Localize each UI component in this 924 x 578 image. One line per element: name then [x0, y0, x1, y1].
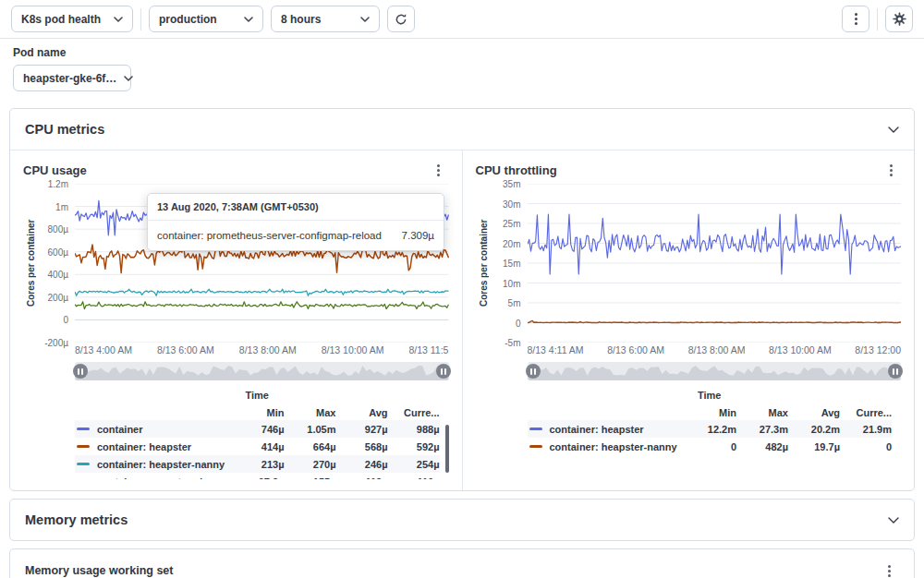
series-stat-value: 0 — [840, 441, 892, 452]
legend-column-header: Max — [736, 407, 788, 418]
x-tick-label: 8/13 10:00 AM — [769, 344, 832, 355]
cpu-usage-y-ticks: 1.2m1m800µ600µ400µ200µ0-200µ — [38, 184, 75, 343]
memory-metrics-section: Memory metrics — [9, 499, 915, 541]
series-stat-value: 414µ — [233, 441, 285, 452]
brush-handle-left[interactable] — [73, 364, 88, 379]
x-tick-label: 8/13 8:00 AM — [688, 344, 746, 355]
legend-column-header: Max — [285, 407, 336, 418]
series-stat-value: 116µ — [388, 476, 440, 480]
y-tick-label: 400µ — [48, 270, 68, 280]
series-stat-value: 1.05m — [285, 424, 336, 435]
legend-column-headers: MinMaxAvgCurre... — [528, 404, 893, 420]
memory-usage-header: Memory usage working set — [10, 549, 914, 578]
cpu-throttling-legend: Time MinMaxAvgCurre... container: heapst… — [528, 390, 902, 455]
memory-usage-title: Memory usage working set — [25, 564, 173, 577]
settings-button[interactable] — [885, 6, 913, 32]
x-tick-label: 8/13 8:00 AM — [239, 344, 297, 355]
cpu-usage-y-axis-label: Cores per container — [23, 184, 38, 343]
cpu-throttling-time-brush[interactable] — [528, 362, 902, 380]
legend-column-header: Avg — [336, 407, 388, 418]
brush-track[interactable] — [528, 362, 902, 380]
cpu-usage-options-button[interactable] — [429, 160, 449, 180]
legend-rows: container: heapster12.2m27.3m20.2m21.9mc… — [528, 420, 893, 455]
y-tick-label: -5m — [505, 338, 520, 348]
time-range-select[interactable]: 8 hours — [271, 6, 380, 32]
k8s-pod-health-dashboard: K8s pod health production 8 hours — [0, 0, 924, 578]
cpu-charts-row: CPU usage Cores per container 1.2m1m800µ… — [10, 150, 914, 490]
vertical-ellipsis-icon — [855, 13, 857, 25]
y-tick-label: 10m — [503, 278, 520, 288]
tooltip-series-label: container: prometheus-server-configmap-r… — [157, 230, 382, 241]
refresh-button[interactable] — [387, 6, 415, 32]
refresh-icon — [395, 13, 407, 26]
y-tick-label: 0 — [516, 318, 521, 328]
series-name: container: prom-to-sd — [97, 476, 202, 480]
cpu-metrics-accordion-header[interactable]: CPU metrics — [10, 109, 914, 150]
cpu-throttling-y-ticks: 35m30m25m20m15m10m5m0-5m — [491, 184, 528, 343]
toolbar: K8s pod health production 8 hours — [0, 0, 924, 39]
cpu-throttling-options-button[interactable] — [881, 160, 901, 180]
tooltip-series-row: container: prometheus-server-configmap-r… — [148, 221, 444, 250]
overflow-menu-button[interactable] — [842, 6, 869, 32]
y-tick-label: 600µ — [48, 247, 68, 257]
y-tick-label: 35m — [503, 179, 520, 189]
legend-column-header: Avg — [788, 407, 840, 418]
legend-scrollbar[interactable] — [445, 425, 449, 473]
cpu-throttling-plot[interactable] — [528, 184, 902, 343]
legend-rows: container746µ1.05m927µ988µcontainer: hea… — [75, 420, 440, 479]
cpu-usage-x-ticks: 8/13 4:00 AM8/13 6:00 AM8/13 8:00 AM8/13… — [75, 343, 449, 357]
legend-column-header: Min — [233, 407, 285, 418]
legend-row[interactable]: container: prom-to-sd97.3µ155µ113µ116µ — [75, 473, 440, 479]
x-tick-label: 8/13 6:00 AM — [157, 344, 214, 355]
dashboard-select[interactable]: K8s pod health — [11, 6, 133, 32]
series-stat-value: 19.7µ — [788, 441, 840, 452]
cpu-throttling-title: CPU throttling — [476, 163, 557, 177]
legend-column-header: Min — [685, 407, 736, 418]
x-tick-label: 8/13 11:5 — [408, 344, 448, 355]
series-line — [75, 289, 449, 295]
memory-usage-options-button[interactable] — [879, 560, 899, 578]
series-stat-value: 113µ — [336, 476, 388, 480]
series-stat-value: 12.2m — [685, 424, 736, 435]
chevron-down-icon — [360, 17, 370, 22]
series-stat-value: 21.9m — [840, 424, 892, 435]
cpu-usage-time-brush[interactable] — [75, 362, 449, 380]
x-tick-label: 8/13 10:00 AM — [322, 344, 384, 355]
cpu-usage-header: CPU usage — [23, 158, 449, 182]
pod-name-select[interactable]: heapster-gke-6f… — [13, 65, 131, 91]
legend-row[interactable]: container: heapster414µ664µ568µ592µ — [75, 438, 440, 455]
toolbar-divider — [877, 8, 878, 30]
brush-handle-right[interactable] — [436, 364, 451, 379]
chevron-down-icon — [888, 517, 899, 524]
vertical-ellipsis-icon — [890, 164, 893, 176]
memory-metrics-accordion-header[interactable]: Memory metrics — [10, 500, 914, 540]
brush-track[interactable] — [75, 362, 449, 380]
series-stat-value: 482µ — [736, 441, 788, 452]
legend-row[interactable]: container: heapster12.2m27.3m20.2m21.9m — [528, 420, 893, 438]
series-color-swatch — [529, 427, 542, 430]
vertical-ellipsis-icon — [888, 565, 891, 577]
time-range-select-value: 8 hours — [281, 13, 321, 26]
brush-handle-left[interactable] — [526, 364, 541, 379]
cpu-throttling-header: CPU throttling — [476, 158, 902, 182]
memory-metrics-title: Memory metrics — [25, 512, 128, 527]
legend-column-headers: MinMaxAvgCurre... — [75, 404, 440, 420]
vertical-ellipsis-icon — [437, 164, 440, 176]
chevron-down-icon — [124, 76, 133, 81]
series-stat-value: 592µ — [388, 441, 440, 452]
series-stat-value: 20.2m — [788, 424, 840, 435]
legend-row[interactable]: container746µ1.05m927µ988µ — [75, 420, 440, 438]
environment-select-value: production — [159, 13, 217, 26]
legend-row[interactable]: container: heapster-nanny0482µ19.7µ0 — [528, 438, 893, 455]
series-stat-value: 213µ — [233, 459, 285, 470]
chart-tooltip: 13 Aug 2020, 7:38AM (GMT+0530) container… — [147, 193, 444, 251]
brush-handle-right[interactable] — [888, 364, 903, 379]
filter-bar: Pod name heapster-gke-6f… — [0, 39, 924, 101]
legend-row[interactable]: container: heapster-nanny213µ270µ246µ254… — [75, 455, 440, 473]
cpu-throttling-x-ticks: 8/13 4:11 AM8/13 6:00 AM8/13 8:00 AM8/13… — [528, 343, 902, 357]
environment-select[interactable]: production — [149, 6, 263, 32]
series-color-swatch — [77, 445, 90, 448]
tooltip-timestamp: 13 Aug 2020, 7:38AM (GMT+0530) — [148, 194, 444, 221]
series-name: container: heapster-nanny — [550, 441, 677, 452]
series-color-swatch — [77, 463, 90, 465]
